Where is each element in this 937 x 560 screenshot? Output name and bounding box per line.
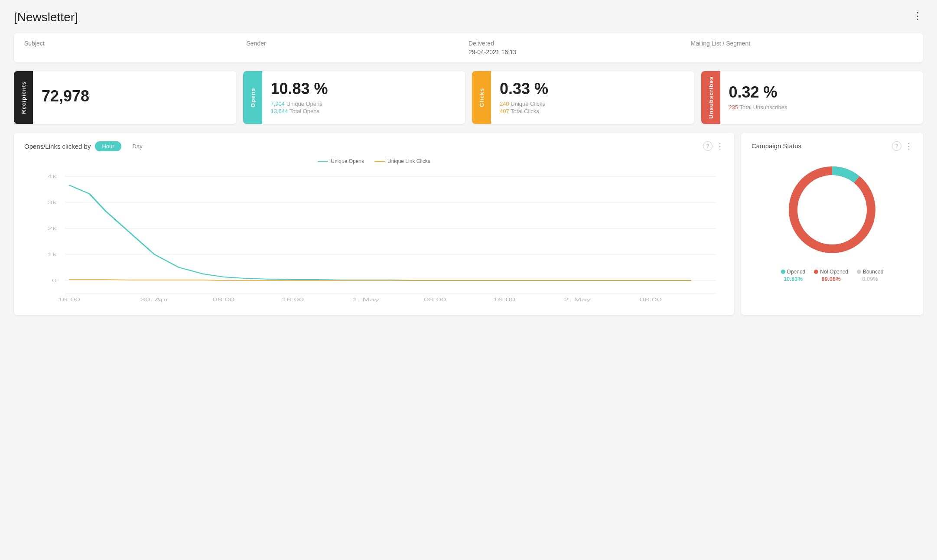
stat-unsubscribes: Unsubscribes 0.32 % 235 Total Unsubscrib… bbox=[701, 71, 924, 124]
info-subject: Subject bbox=[24, 40, 247, 55]
bounced-label-row: Bounced bbox=[857, 269, 883, 275]
svg-text:30. Apr: 30. Apr bbox=[140, 297, 169, 303]
unsubscribes-text: Total Unsubscribes bbox=[740, 104, 787, 111]
charts-row: Opens/Links clicked by Hour Day ? ⋮ Uniq… bbox=[14, 133, 923, 315]
svg-text:4k: 4k bbox=[47, 174, 57, 179]
svg-text:16:00: 16:00 bbox=[58, 297, 80, 303]
opened-label: Opened bbox=[787, 269, 806, 275]
svg-text:1k: 1k bbox=[47, 252, 57, 257]
donut-help-icon[interactable]: ? bbox=[892, 141, 901, 151]
svg-text:08:00: 08:00 bbox=[212, 297, 235, 303]
line-chart-title: Opens/Links clicked by bbox=[24, 143, 91, 150]
recipients-value: 72,978 bbox=[42, 87, 228, 105]
stat-recipients: Recipients 72,978 bbox=[14, 71, 236, 124]
line-chart-panel: Opens/Links clicked by Hour Day ? ⋮ Uniq… bbox=[14, 133, 734, 315]
line-chart-title-group: Opens/Links clicked by Hour Day bbox=[24, 141, 150, 151]
stats-row: Recipients 72,978 Opens 10.83 % 7,904 Un… bbox=[14, 71, 923, 124]
legend-bounced: Bounced 0.09% bbox=[857, 269, 883, 282]
info-delivered: Delivered 29-04-2021 16:13 bbox=[468, 40, 691, 55]
not-opened-label-row: Not Opened bbox=[814, 269, 848, 275]
clicks-unique-text: Unique Clicks bbox=[511, 101, 545, 107]
svg-point-20 bbox=[793, 171, 871, 249]
opens-total-text: Total Opens bbox=[290, 108, 319, 114]
bounced-pct: 0.09% bbox=[862, 276, 878, 282]
legend-opens-label: Unique Opens bbox=[331, 158, 364, 164]
legend-opens-line bbox=[318, 161, 328, 162]
not-opened-label: Not Opened bbox=[820, 269, 848, 275]
opened-dot bbox=[781, 270, 785, 274]
delivered-date: 29-04-2021 16:13 bbox=[468, 49, 691, 55]
mailing-label: Mailing List / Segment bbox=[691, 40, 913, 47]
recipients-content: 72,978 bbox=[33, 71, 236, 124]
svg-text:2. May: 2. May bbox=[564, 297, 591, 303]
info-sender: Sender bbox=[247, 40, 469, 55]
info-row: Subject Sender Delivered 29-04-2021 16:1… bbox=[14, 33, 923, 62]
line-chart-header: Opens/Links clicked by Hour Day ? ⋮ bbox=[24, 141, 724, 151]
clicks-badge: Clicks bbox=[472, 71, 491, 124]
stat-clicks: Clicks 0.33 % 240 Unique Clicks 407 Tota… bbox=[472, 71, 694, 124]
help-icon[interactable]: ? bbox=[703, 141, 713, 151]
line-chart-svg: 4k 3k 2k 1k 0 16:00 30. Apr 08:00 16:00 … bbox=[24, 168, 724, 306]
opens-sub2: 13,644 Total Opens bbox=[271, 108, 457, 114]
donut-svg bbox=[780, 158, 884, 262]
svg-text:1. May: 1. May bbox=[352, 297, 380, 303]
clicks-unique-count: 240 bbox=[500, 101, 509, 107]
legend-opens: Unique Opens bbox=[318, 158, 364, 164]
unsubscribes-count: 235 bbox=[729, 104, 739, 111]
clicks-content: 0.33 % 240 Unique Clicks 407 Total Click… bbox=[491, 71, 694, 124]
donut-chart-header: Campaign Status ? ⋮ bbox=[752, 141, 913, 151]
not-opened-pct: 89.08% bbox=[822, 276, 841, 282]
stat-opens: Opens 10.83 % 7,904 Unique Opens 13,644 … bbox=[243, 71, 465, 124]
donut-chart-title: Campaign Status bbox=[752, 142, 801, 150]
svg-text:0: 0 bbox=[52, 278, 57, 283]
tab-hour-button[interactable]: Hour bbox=[95, 141, 121, 151]
line-chart-actions: ? ⋮ bbox=[703, 141, 724, 151]
opens-content: 10.83 % 7,904 Unique Opens 13,644 Total … bbox=[262, 71, 465, 124]
legend-not-opened: Not Opened 89.08% bbox=[814, 269, 848, 282]
legend-clicks: Unique Link Clicks bbox=[374, 158, 430, 164]
svg-text:3k: 3k bbox=[47, 200, 57, 205]
svg-text:16:00: 16:00 bbox=[282, 297, 304, 303]
opens-unique-count: 7,904 bbox=[271, 101, 285, 107]
svg-text:08:00: 08:00 bbox=[639, 297, 662, 303]
svg-text:16:00: 16:00 bbox=[493, 297, 515, 303]
delivered-label: Delivered bbox=[468, 40, 691, 47]
clicks-sub2: 407 Total Clicks bbox=[500, 108, 686, 114]
donut-container: Opened 10.83% Not Opened 89.08% bbox=[752, 158, 913, 282]
donut-chart-panel: Campaign Status ? ⋮ bbox=[741, 133, 923, 315]
unsubscribes-badge: Unsubscribes bbox=[701, 71, 720, 124]
donut-chart-actions: ? ⋮ bbox=[892, 141, 913, 151]
page-more-icon[interactable]: ⋮ bbox=[913, 10, 923, 22]
clicks-value: 0.33 % bbox=[500, 80, 686, 98]
unsubscribes-value: 0.32 % bbox=[729, 83, 915, 101]
sender-label: Sender bbox=[247, 40, 469, 47]
legend-opened: Opened 10.83% bbox=[781, 269, 806, 282]
legend-clicks-line bbox=[374, 161, 385, 162]
legend-clicks-label: Unique Link Clicks bbox=[387, 158, 430, 164]
svg-text:2k: 2k bbox=[47, 226, 57, 231]
unsubscribes-sub1: 235 Total Unsubscribes bbox=[729, 104, 915, 111]
svg-text:08:00: 08:00 bbox=[424, 297, 446, 303]
opens-total-count: 13,644 bbox=[271, 108, 288, 114]
opened-label-row: Opened bbox=[781, 269, 806, 275]
more-icon[interactable]: ⋮ bbox=[716, 141, 724, 151]
opens-sub1: 7,904 Unique Opens bbox=[271, 101, 457, 107]
subject-label: Subject bbox=[24, 40, 247, 47]
bounced-label: Bounced bbox=[863, 269, 883, 275]
info-mailing: Mailing List / Segment bbox=[691, 40, 913, 55]
clicks-total-text: Total Clicks bbox=[511, 108, 539, 114]
opens-unique-text: Unique Opens bbox=[286, 101, 322, 107]
page-title: [Newsletter] bbox=[14, 10, 78, 24]
donut-legend: Opened 10.83% Not Opened 89.08% bbox=[781, 269, 884, 282]
clicks-sub1: 240 Unique Clicks bbox=[500, 101, 686, 107]
chart-legend: Unique Opens Unique Link Clicks bbox=[24, 158, 724, 164]
opened-pct: 10.83% bbox=[784, 276, 803, 282]
bounced-dot bbox=[857, 270, 861, 274]
not-opened-dot bbox=[814, 270, 818, 274]
recipients-badge: Recipients bbox=[14, 71, 33, 124]
chart-area: 4k 3k 2k 1k 0 16:00 30. Apr 08:00 16:00 … bbox=[24, 168, 724, 306]
tab-day-button[interactable]: Day bbox=[126, 141, 150, 151]
opens-value: 10.83 % bbox=[271, 80, 457, 98]
donut-more-icon[interactable]: ⋮ bbox=[905, 141, 913, 151]
opens-badge: Opens bbox=[243, 71, 262, 124]
